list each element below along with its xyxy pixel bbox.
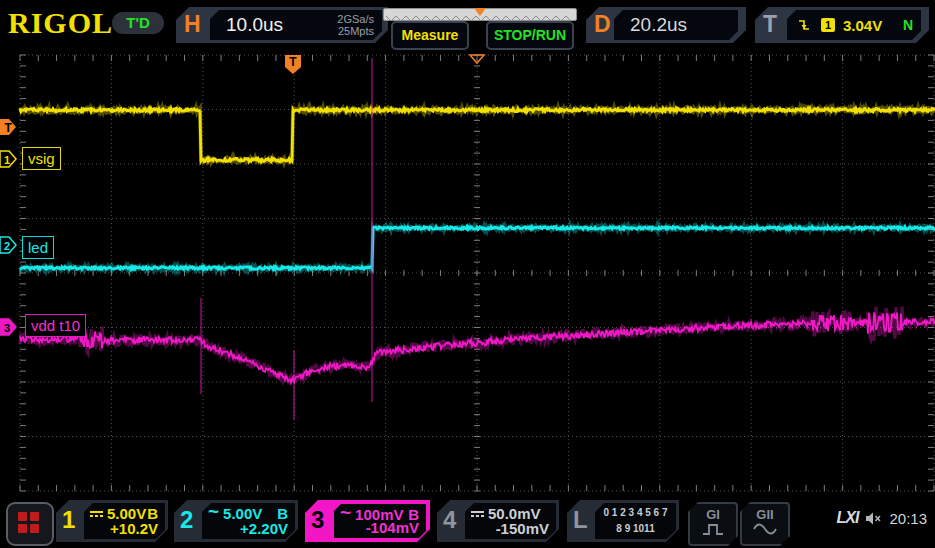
trigger-settings-box[interactable]: T 1 3.04V N [755,7,929,43]
pulse-icon [702,522,724,536]
channel3-number: 3 [311,506,324,534]
svg-text:2: 2 [4,240,10,252]
logic-row2: 8 9 1011 12131415 [595,521,676,548]
channel3-status-box-selected[interactable]: 3 ~ 100mV B -104mV [305,500,430,542]
svg-text:1: 1 [4,154,10,166]
channel1-number: 1 [62,506,75,534]
channel1-offset: +10.2V [110,520,158,537]
lxi-logo: LXI [837,509,859,527]
stop-run-button[interactable]: STOP/RUN [486,21,574,50]
channel2-offset: +2.20V [240,520,288,537]
sample-rate: 2GSa/s 25Mpts [337,13,374,37]
trigger-level-value: 3.04V [843,17,882,34]
horizontal-label: H [184,11,201,38]
ac-coupling-icon: ~ [340,508,351,518]
falling-edge-icon [797,18,811,33]
delay-panel: 20.2us [614,10,738,40]
memory-position-marker[interactable] [474,8,486,16]
menu-button[interactable] [6,502,54,546]
ch3-trace-label[interactable]: vdd t10 [25,314,86,337]
sine-icon [753,522,777,536]
rigol-logo: RIGOL [8,6,113,40]
logic-channels-box[interactable]: L 0 1 2 3 4 5 6 7 8 9 1011 12131415 [567,500,679,542]
delay-value: 20.2us [630,14,687,36]
g2-source-button[interactable]: GII [740,502,790,546]
channel1-status-box[interactable]: 1 5.00V B +10.2V [56,500,168,542]
waveform-display: TT123 vsig led vdd t10 [0,50,935,495]
svg-text:3: 3 [4,322,10,334]
trigger-sweep-mode: N [903,17,913,33]
scope-graticule: TT123 [0,50,935,495]
channel4-offset: -150mV [496,520,549,537]
g1-label: GI [690,507,736,522]
logic-row1: 0 1 2 3 4 5 6 7 [595,505,676,521]
memory-depth-value: 25Mpts [338,25,374,37]
channel2-number: 2 [180,506,193,534]
trigger-status-badge: T'D [112,12,164,34]
trigger-panel: 1 3.04V N [787,10,921,40]
bottom-bar: 1 5.00V B +10.2V 2 ~ 5.00V B +2.20V [0,495,935,548]
oscilloscope-screen: RIGOL T'D H 10.0us 2GSa/s 25Mpts Measure… [0,0,935,548]
delay-settings-box[interactable]: D 20.2us [586,7,746,43]
channel3-offset: -104mV [366,519,419,536]
speaker-muted-icon [865,511,882,526]
g2-label: GII [742,507,788,522]
horizontal-settings-box[interactable]: H 10.0us 2GSa/s 25Mpts [176,7,388,43]
delay-label: D [594,11,611,38]
trigger-label: T [763,11,777,38]
top-bar: RIGOL T'D H 10.0us 2GSa/s 25Mpts Measure… [0,0,935,50]
clock: 20:13 [889,510,927,527]
ch1-trace-label[interactable]: vsig [22,147,61,170]
svg-text:T: T [289,55,297,69]
dc-coupling-icon [471,511,484,517]
measure-button[interactable]: Measure [391,21,469,50]
channel4-number: 4 [443,506,456,534]
horizontal-panel: 10.0us 2GSa/s 25Mpts [210,10,382,40]
g1-source-button[interactable]: GI [688,502,738,546]
sample-rate-value: 2GSa/s [337,13,374,25]
trigger-source-badge: 1 [821,18,835,32]
dc-coupling-icon [90,511,103,517]
channel4-status-box[interactable]: 4 50.0mV -150mV [437,500,559,542]
svg-text:T: T [5,121,13,135]
ch2-trace-label[interactable]: led [22,236,54,259]
app-grid-icon [18,512,38,532]
timebase-value: 10.0us [226,14,337,36]
ac-coupling-icon: ~ [208,507,219,517]
waveform-memory-bar[interactable] [383,8,577,21]
logic-label: L [573,506,588,534]
channel2-status-box[interactable]: 2 ~ 5.00V B +2.20V [174,500,298,542]
